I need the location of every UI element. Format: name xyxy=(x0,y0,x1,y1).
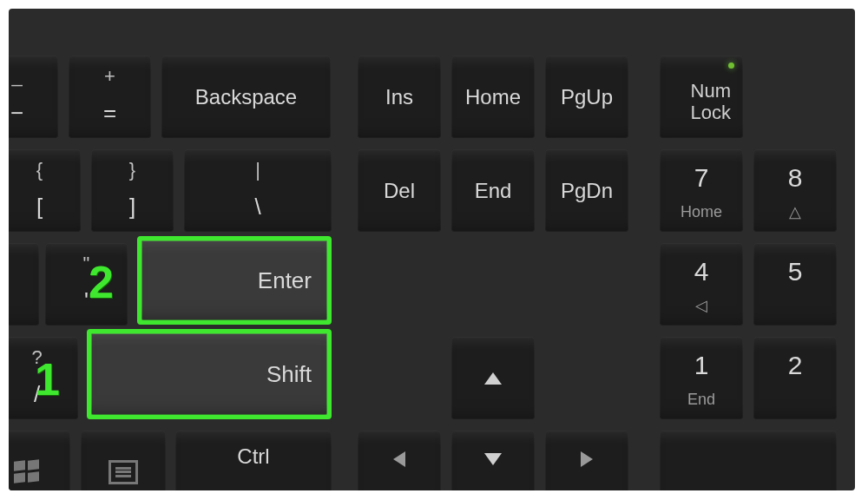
numlock-led-icon xyxy=(728,62,734,69)
num1-sublabel: End xyxy=(660,391,743,409)
key-arrow-right[interactable] xyxy=(545,431,628,490)
num7-label: 7 xyxy=(660,163,743,192)
equals-symbol-top: + xyxy=(104,66,115,87)
key-left-bracket[interactable]: { [ xyxy=(9,149,81,232)
num7-sublabel: Home xyxy=(660,204,743,221)
pgup-label: PgUp xyxy=(561,84,613,110)
keyboard-stage: _ − + = Backspace Ins Home PgUp NumLock … xyxy=(9,9,855,490)
key-apostrophe[interactable]: " ' xyxy=(45,243,128,326)
num5-label: 5 xyxy=(753,257,837,286)
key-numpad-0[interactable] xyxy=(660,431,837,490)
key-arrow-down[interactable] xyxy=(451,431,535,490)
key-numpad-5[interactable]: 5 xyxy=(753,243,837,326)
enter-label: Enter xyxy=(258,268,312,293)
lbracket-top: { xyxy=(36,160,43,181)
equals-symbol-bot: = xyxy=(103,101,116,126)
key-semicolon-stub[interactable] xyxy=(9,243,39,326)
key-arrow-up[interactable] xyxy=(451,337,535,419)
key-end[interactable]: End xyxy=(451,149,535,232)
key-ctrl-right[interactable]: Ctrl xyxy=(175,431,332,490)
key-right-bracket[interactable]: } ] xyxy=(91,149,174,232)
arrow-up-icon xyxy=(484,372,502,385)
num2-label: 2 xyxy=(753,351,837,379)
del-label: Del xyxy=(384,178,415,204)
key-delete[interactable]: Del xyxy=(358,149,441,232)
num8-label: 8 xyxy=(753,163,837,192)
lbracket-bot: [ xyxy=(36,194,43,220)
key-pgup[interactable]: PgUp xyxy=(545,56,628,138)
num4-glyph: ◁ xyxy=(660,298,743,315)
key-equals[interactable]: + = xyxy=(69,56,151,138)
annotation-two: 2 xyxy=(89,256,114,308)
key-backslash[interactable]: | \ xyxy=(184,149,332,232)
key-numpad-2[interactable]: 2 xyxy=(753,337,837,419)
key-numpad-1[interactable]: 1 End xyxy=(660,337,743,419)
rbracket-bot: ] xyxy=(129,194,135,220)
ins-label: Ins xyxy=(385,84,413,110)
home-label: Home xyxy=(465,84,521,110)
num4-label: 4 xyxy=(660,257,743,286)
num1-label: 1 xyxy=(660,351,743,379)
backspace-label: Backspace xyxy=(195,84,297,110)
pgdn-label: PgDn xyxy=(561,178,613,204)
key-insert[interactable]: Ins xyxy=(358,56,441,138)
key-arrow-left[interactable] xyxy=(358,431,441,490)
numlock-label: NumLock xyxy=(691,80,731,124)
annotation-one: 1 xyxy=(35,353,60,405)
key-numpad-4[interactable]: 4 ◁ xyxy=(660,243,743,326)
key-menu[interactable] xyxy=(81,431,166,490)
num8-glyph: △ xyxy=(753,204,837,221)
shift-label: Shift xyxy=(266,362,312,387)
key-minus[interactable]: _ − xyxy=(9,56,58,138)
key-home[interactable]: Home xyxy=(451,56,535,138)
minus-symbol-top: _ xyxy=(11,66,22,87)
ctrl-label: Ctrl xyxy=(237,444,269,470)
minus-symbol-bot: − xyxy=(10,101,23,126)
menu-icon xyxy=(108,460,138,484)
arrow-right-icon xyxy=(581,451,593,467)
key-numpad-8[interactable]: 8 △ xyxy=(753,149,837,232)
rbracket-top: } xyxy=(129,160,135,181)
key-pgdn[interactable]: PgDn xyxy=(545,149,628,232)
end-label: End xyxy=(475,178,512,204)
key-shift-right[interactable]: Shift xyxy=(87,329,332,419)
key-numlock[interactable]: NumLock xyxy=(660,56,743,138)
arrow-left-icon xyxy=(393,451,405,467)
key-enter[interactable]: Enter xyxy=(137,236,332,325)
key-windows[interactable] xyxy=(9,431,70,490)
arrow-down-icon xyxy=(484,453,502,465)
key-numpad-7[interactable]: 7 Home xyxy=(660,149,743,232)
bslash-top: | xyxy=(255,160,260,181)
bslash-bot: \ xyxy=(254,194,260,220)
key-backspace[interactable]: Backspace xyxy=(161,56,331,138)
